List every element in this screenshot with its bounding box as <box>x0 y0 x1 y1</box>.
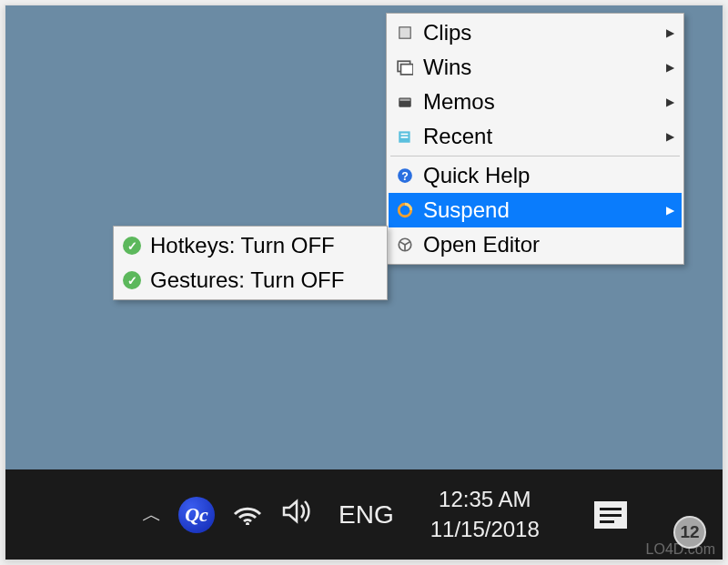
language-indicator[interactable]: ENG <box>339 500 394 530</box>
submenu-arrow-icon: ▶ <box>666 61 674 74</box>
check-icon: ✓ <box>121 235 143 257</box>
menu-item-clips[interactable]: Clips ▶ <box>389 15 682 50</box>
menu-separator <box>390 156 680 156</box>
menu-item-open-editor[interactable]: Open Editor <box>389 227 682 262</box>
tray-context-menu: Clips ▶ Wins ▶ Memos ▶ Recent ▶ <box>386 13 684 265</box>
svg-point-13 <box>246 522 249 525</box>
menu-label: Memos <box>423 89 657 115</box>
menu-label: Open Editor <box>423 232 674 257</box>
taskbar: ︿ Qc ENG 12:35 AM 11/15/2018 <box>5 469 723 560</box>
svg-rect-3 <box>401 65 414 75</box>
svg-text:?: ? <box>401 170 409 183</box>
submenu-arrow-icon: ▶ <box>666 96 674 108</box>
app-tray-icon-label: Qc <box>185 503 208 527</box>
editor-icon <box>394 234 416 256</box>
clips-icon <box>394 22 416 44</box>
speaker-icon[interactable] <box>280 498 313 531</box>
check-icon: ✓ <box>121 269 143 291</box>
svg-rect-7 <box>401 134 409 136</box>
submenu-arrow-icon: ▶ <box>666 130 674 143</box>
submenu-arrow-icon: ▶ <box>666 204 674 217</box>
menu-label: Clips <box>423 20 657 45</box>
menu-item-wins[interactable]: Wins ▶ <box>389 50 682 85</box>
menu-label: Hotkeys: Turn OFF <box>150 233 374 258</box>
system-tray: ︿ Qc ENG <box>142 497 394 533</box>
submenu-item-hotkeys[interactable]: ✓ Hotkeys: Turn OFF <box>116 228 385 263</box>
suspend-submenu: ✓ Hotkeys: Turn OFF ✓ Gestures: Turn OFF <box>113 226 388 300</box>
memos-icon <box>394 91 416 113</box>
menu-label: Gestures: Turn OFF <box>150 267 374 293</box>
watermark-badge: 12 <box>673 516 706 549</box>
submenu-item-gestures[interactable]: ✓ Gestures: Turn OFF <box>116 263 385 298</box>
svg-rect-8 <box>401 136 409 138</box>
taskbar-clock[interactable]: 12:35 AM 11/15/2018 <box>430 485 540 544</box>
menu-label: Quick Help <box>423 163 674 188</box>
menu-label: Wins <box>423 55 657 80</box>
submenu-arrow-icon: ▶ <box>666 26 674 39</box>
svg-rect-5 <box>399 99 410 101</box>
help-icon: ? <box>394 165 416 187</box>
wins-icon <box>394 56 416 78</box>
app-tray-icon[interactable]: Qc <box>178 497 215 533</box>
suspend-icon <box>394 199 416 221</box>
clock-date: 11/15/2018 <box>430 515 540 544</box>
menu-item-recent[interactable]: Recent ▶ <box>389 119 682 154</box>
tray-overflow-chevron-icon[interactable]: ︿ <box>142 501 162 529</box>
action-center-icon[interactable] <box>594 501 627 529</box>
clock-time: 12:35 AM <box>430 485 540 514</box>
wifi-icon[interactable] <box>231 498 264 531</box>
menu-label: Suspend <box>423 197 657 223</box>
svg-rect-1 <box>399 27 410 37</box>
menu-label: Recent <box>423 124 657 149</box>
menu-item-memos[interactable]: Memos ▶ <box>389 85 682 119</box>
menu-item-suspend[interactable]: Suspend ▶ <box>389 193 682 227</box>
recent-icon <box>394 126 416 147</box>
menu-item-quick-help[interactable]: ? Quick Help <box>389 158 682 193</box>
